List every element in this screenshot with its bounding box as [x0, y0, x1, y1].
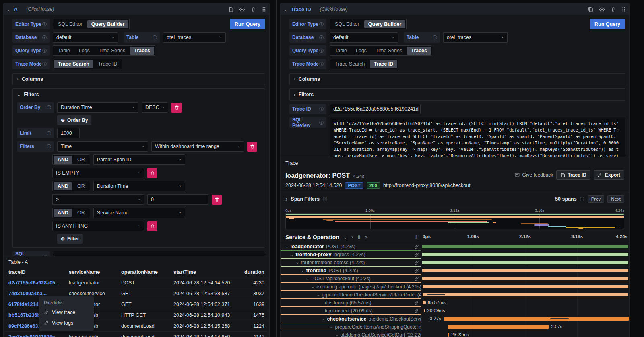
query-builder-option[interactable]: Query Builder: [364, 20, 406, 28]
query-type-logs[interactable]: Logs: [352, 47, 371, 55]
or-option[interactable]: OR: [73, 209, 89, 217]
query-builder-option[interactable]: Query Builder: [87, 20, 129, 28]
condition2-value-input[interactable]: 0: [147, 194, 208, 205]
span-row[interactable]: tcp.connect (20.09ms) 20.09ms: [281, 307, 629, 315]
columns-section[interactable]: ›Columns: [12, 73, 265, 85]
run-query-button[interactable]: Run Query: [230, 19, 265, 29]
condition2-field-select[interactable]: Duration Time⌄: [93, 181, 185, 191]
query-header-a[interactable]: ⌄ A (ClickHouse): [4, 4, 269, 15]
query-type-table[interactable]: Table: [331, 47, 351, 55]
and-option[interactable]: AND: [54, 182, 72, 190]
span-row[interactable]: ⌄POST /api/checkout (4.22s): [281, 275, 629, 283]
condition3-field-select[interactable]: Service Name⌄: [93, 208, 185, 218]
columns-section[interactable]: ›Columns: [289, 73, 625, 85]
filter-time-field-select[interactable]: Time⌄: [57, 141, 148, 152]
remove-condition3-button[interactable]: [147, 221, 157, 231]
remove-condition1-button[interactable]: [147, 168, 157, 178]
delete-query-icon[interactable]: [611, 6, 616, 12]
or-option[interactable]: OR: [73, 156, 89, 164]
col-header-duration[interactable]: duration: [235, 267, 268, 277]
drag-handle-icon[interactable]: [262, 6, 266, 12]
query-title[interactable]: Trace ID: [291, 6, 311, 12]
table-select[interactable]: otel_traces⌄: [163, 32, 226, 43]
remove-condition2-button[interactable]: [212, 195, 222, 205]
span-row[interactable]: ⌄frontendPOST (4.22s): [281, 267, 629, 275]
drag-handle-icon[interactable]: [621, 6, 626, 12]
span-row[interactable]: ⌄prepareOrderItemsAndShippingQuoteFromCa…: [281, 323, 629, 331]
condition1-field-select[interactable]: Parent Span ID⌄: [93, 154, 185, 165]
trace-search-option[interactable]: Trace Search: [331, 60, 369, 68]
span-row[interactable]: ⌄oteldemo.CartService/GetCart (23.22ms) …: [281, 331, 629, 337]
query-type-table[interactable]: Table: [54, 47, 74, 55]
query-type-time-series[interactable]: Time Series: [95, 47, 129, 55]
order-by-field-select[interactable]: Duration Time⌄: [57, 102, 138, 113]
expand-one-icon[interactable]: ›: [351, 234, 353, 240]
span-link-icon[interactable]: [414, 276, 419, 281]
collapse-all-icon[interactable]: ⇊: [357, 234, 361, 240]
view-logs-link[interactable]: View logs: [39, 318, 94, 328]
span-filters-chevron-icon[interactable]: ›: [285, 195, 287, 203]
trace-id-option[interactable]: Trace ID: [94, 60, 121, 68]
query-header-traceid[interactable]: ⌄ Trace ID (ClickHouse): [281, 4, 629, 15]
col-header-starttime[interactable]: startTime: [170, 267, 235, 277]
add-order-by-button[interactable]: ⊕Order By: [57, 115, 91, 125]
span-link-icon[interactable]: [414, 268, 419, 273]
sql-editor-option[interactable]: SQL Editor: [54, 20, 87, 28]
trace-link[interactable]: 3cc7ccfc01941896c...: [5, 332, 66, 337]
duplicate-query-icon[interactable]: [228, 6, 233, 12]
col-header-operationname[interactable]: operationName: [118, 267, 170, 277]
trace-id-input[interactable]: d2a7155ef6a928a05680e5ff6190241d: [330, 104, 421, 114]
prev-button[interactable]: Prev: [588, 195, 605, 203]
table-select[interactable]: otel_traces⌄: [443, 32, 508, 43]
trace-link[interactable]: d2a7155ef6a928a05...: [5, 277, 66, 288]
span-filters-label[interactable]: Span Filters: [291, 196, 320, 202]
col-header-servicename[interactable]: serviceName: [66, 267, 118, 277]
and-option[interactable]: AND: [54, 209, 72, 217]
trace-id-button[interactable]: Trace ID: [556, 170, 590, 180]
remove-time-filter-button[interactable]: [247, 142, 257, 152]
query-type-traces[interactable]: Traces: [407, 47, 431, 55]
condition3-op-select[interactable]: IS ANYTHING⌄: [52, 221, 144, 231]
trace-id-option[interactable]: Trace ID: [370, 60, 398, 68]
hide-query-icon[interactable]: [599, 6, 605, 12]
sql-editor-option[interactable]: SQL Editor: [331, 20, 363, 28]
col-header-traceid[interactable]: traceID: [5, 267, 66, 277]
give-feedback-button[interactable]: Give feedback: [514, 172, 553, 178]
collapse-chevron-icon[interactable]: ⌄: [7, 7, 10, 12]
filters-section-header[interactable]: ⌄Filters: [17, 92, 261, 97]
filter-time-value-select[interactable]: Within dashboard time range⌄: [151, 141, 244, 152]
span-link-icon[interactable]: [414, 252, 419, 257]
database-select[interactable]: default⌄: [53, 32, 118, 43]
condition1-op-select[interactable]: IS EMPTY⌄: [52, 168, 144, 178]
duplicate-query-icon[interactable]: [588, 6, 593, 12]
span-row[interactable]: ⌄frontend-proxyingress (4.22s): [281, 251, 629, 259]
collapse-chevron-icon[interactable]: ⌄: [284, 7, 287, 12]
span-link-icon[interactable]: [414, 244, 419, 249]
limit-input[interactable]: 1000: [57, 128, 80, 138]
export-button[interactable]: Export: [594, 170, 624, 180]
trace-minimap[interactable]: [285, 213, 624, 229]
expand-all-icon[interactable]: »: [365, 234, 368, 240]
span-link-icon[interactable]: [414, 260, 419, 265]
span-link-icon[interactable]: [414, 308, 419, 313]
and-option[interactable]: AND: [54, 156, 72, 164]
column-resize-handle[interactable]: ‖: [415, 234, 417, 240]
query-type-time-series[interactable]: Time Series: [372, 47, 406, 55]
run-query-button[interactable]: Run Query: [590, 19, 625, 29]
view-trace-link[interactable]: View trace: [39, 307, 94, 318]
span-row[interactable]: ⌄grpc.oteldemo.CheckoutService/PlaceOrde…: [281, 291, 629, 299]
span-row[interactable]: dns.lookup (65.57ms) 65.57ms: [281, 299, 629, 307]
order-direction-select[interactable]: DESC⌄: [142, 102, 168, 113]
hide-query-icon[interactable]: [239, 6, 245, 12]
database-select[interactable]: default⌄: [330, 32, 398, 43]
query-title[interactable]: A: [14, 6, 17, 12]
span-link-icon[interactable]: [414, 300, 419, 305]
next-button[interactable]: Next: [607, 195, 624, 203]
or-option[interactable]: OR: [73, 182, 89, 190]
query-type-traces[interactable]: Traces: [130, 47, 154, 55]
filters-section[interactable]: ›Filters: [289, 88, 625, 101]
span-row[interactable]: ⌄router frontend egress (4.22s): [281, 259, 629, 267]
span-row[interactable]: ⌄executing api route (pages) /api/checko…: [281, 283, 629, 291]
remove-order-by-button[interactable]: [171, 103, 182, 113]
query-type-logs[interactable]: Logs: [75, 47, 94, 55]
